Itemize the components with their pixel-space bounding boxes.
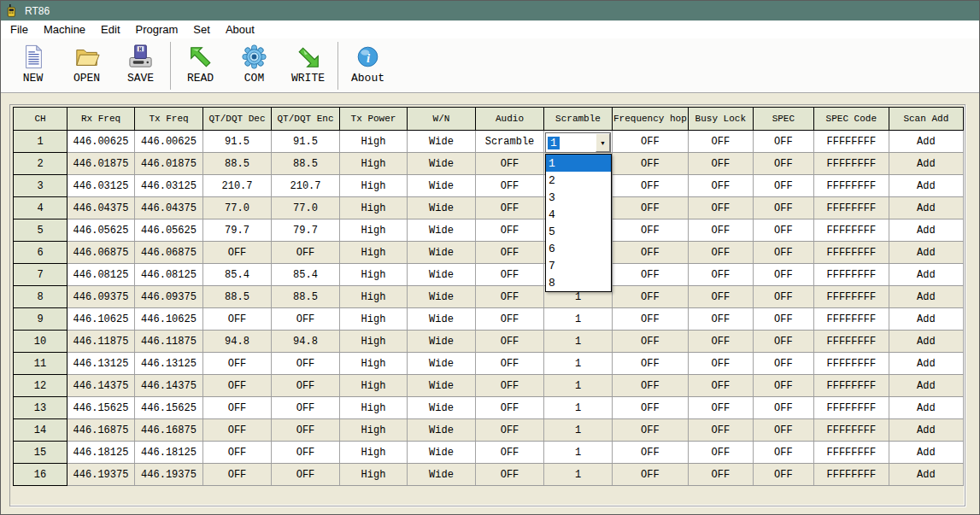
power-cell[interactable]: High (340, 353, 408, 375)
spec-code-cell[interactable]: FFFFFFFF (813, 197, 889, 219)
rx-cell[interactable]: 446.09375 (67, 286, 135, 308)
power-cell[interactable]: High (340, 442, 408, 464)
audio-cell[interactable]: OFF (476, 375, 544, 397)
toolbar-read-button[interactable]: READ (173, 41, 227, 91)
spec-code-cell[interactable]: FFFFFFFF (813, 331, 889, 353)
spec-cell[interactable]: OFF (753, 308, 813, 331)
dropdown-option-6[interactable]: 6 (546, 240, 611, 257)
hop-cell[interactable]: OFF (613, 308, 689, 331)
dropdown-option-5[interactable]: 5 (546, 223, 611, 240)
rx-cell[interactable]: 446.03125 (67, 175, 135, 197)
scan-cell[interactable]: Add (889, 197, 963, 219)
dec-cell[interactable]: OFF (203, 242, 272, 264)
rx-cell[interactable]: 446.05625 (67, 219, 135, 242)
spec-cell[interactable]: OFF (753, 197, 813, 219)
dropdown-option-2[interactable]: 2 (546, 172, 611, 189)
spec-cell[interactable]: OFF (753, 397, 813, 419)
rx-cell[interactable]: 446.16875 (67, 419, 135, 442)
rx-cell[interactable]: 446.14375 (67, 375, 135, 397)
audio-cell[interactable]: OFF (476, 419, 544, 442)
scan-cell[interactable]: Add (889, 131, 963, 153)
toolbar-open-button[interactable]: OPEN (60, 41, 114, 91)
enc-cell[interactable]: 77.0 (272, 197, 340, 219)
spec-code-cell[interactable]: FFFFFFFF (813, 242, 889, 264)
dec-cell[interactable]: 94.8 (203, 331, 272, 353)
wn-cell[interactable]: Wide (408, 264, 476, 286)
power-cell[interactable]: High (340, 397, 408, 419)
tx-cell[interactable]: 446.16875 (135, 419, 203, 442)
toolbar-write-button[interactable]: WRITE (281, 41, 335, 91)
scramble-cell[interactable]: 1 (544, 331, 613, 353)
power-cell[interactable]: High (340, 286, 408, 308)
dec-cell[interactable]: OFF (203, 419, 272, 442)
dec-cell[interactable]: OFF (203, 308, 272, 331)
tx-cell[interactable]: 446.09375 (135, 286, 203, 308)
tx-cell[interactable]: 446.01875 (135, 153, 203, 175)
busy-cell[interactable]: OFF (688, 197, 753, 219)
scramble-cell[interactable]: 1 (544, 442, 613, 464)
power-cell[interactable]: High (340, 153, 408, 175)
enc-cell[interactable]: 91.5 (272, 131, 340, 153)
spec-code-cell[interactable]: FFFFFFFF (813, 153, 889, 175)
enc-cell[interactable]: 94.8 (272, 331, 340, 353)
dec-cell[interactable]: 210.7 (203, 175, 272, 197)
wn-cell[interactable]: Wide (408, 131, 476, 153)
spec-code-cell[interactable]: FFFFFFFF (813, 419, 889, 442)
scan-cell[interactable]: Add (889, 308, 963, 331)
spec-cell[interactable]: OFF (753, 175, 813, 197)
wn-cell[interactable]: Wide (408, 397, 476, 419)
toolbar-save-button[interactable]: HSAVE (114, 41, 167, 91)
tx-cell[interactable]: 446.04375 (135, 197, 203, 219)
audio-cell[interactable]: OFF (476, 175, 544, 197)
dec-cell[interactable]: OFF (203, 464, 272, 486)
spec-cell[interactable]: OFF (753, 242, 813, 264)
spec-code-cell[interactable]: FFFFFFFF (813, 264, 889, 286)
dec-cell[interactable]: 88.5 (203, 153, 272, 175)
enc-cell[interactable]: OFF (272, 375, 340, 397)
dec-cell[interactable]: OFF (203, 397, 272, 419)
audio-cell[interactable]: OFF (476, 397, 544, 419)
dec-cell[interactable]: 88.5 (203, 286, 272, 308)
spec-code-cell[interactable]: FFFFFFFF (813, 219, 889, 242)
spec-cell[interactable]: OFF (753, 419, 813, 442)
dropdown-option-8[interactable]: 8 (546, 274, 611, 291)
wn-cell[interactable]: Wide (408, 175, 476, 197)
spec-cell[interactable]: OFF (753, 375, 813, 397)
power-cell[interactable]: High (340, 375, 408, 397)
spec-code-cell[interactable]: FFFFFFFF (813, 375, 889, 397)
tx-cell[interactable]: 446.19375 (135, 464, 203, 486)
rx-cell[interactable]: 446.11875 (67, 331, 135, 353)
wn-cell[interactable]: Wide (408, 353, 476, 375)
audio-cell[interactable]: OFF (476, 464, 544, 486)
power-cell[interactable]: High (340, 219, 408, 242)
wn-cell[interactable]: Wide (408, 308, 476, 331)
enc-cell[interactable]: OFF (272, 397, 340, 419)
wn-cell[interactable]: Wide (408, 419, 476, 442)
dec-cell[interactable]: 79.7 (203, 219, 272, 242)
scan-cell[interactable]: Add (889, 353, 963, 375)
hop-cell[interactable]: OFF (613, 442, 689, 464)
scan-cell[interactable]: Add (889, 153, 963, 175)
spec-code-cell[interactable]: FFFFFFFF (813, 175, 889, 197)
power-cell[interactable]: High (340, 175, 408, 197)
enc-cell[interactable]: 85.4 (272, 264, 340, 286)
dec-cell[interactable]: OFF (203, 375, 272, 397)
enc-cell[interactable]: OFF (272, 419, 340, 442)
busy-cell[interactable]: OFF (688, 397, 753, 419)
scan-cell[interactable]: Add (889, 264, 963, 286)
enc-cell[interactable]: 210.7 (272, 175, 340, 197)
spec-cell[interactable]: OFF (753, 264, 813, 286)
toolbar-new-button[interactable]: NEW (6, 41, 60, 91)
spec-cell[interactable]: OFF (753, 442, 813, 464)
wn-cell[interactable]: Wide (408, 197, 476, 219)
toolbar-com-button[interactable]: COM (227, 41, 281, 91)
busy-cell[interactable]: OFF (688, 175, 753, 197)
tx-cell[interactable]: 446.13125 (135, 353, 203, 375)
rx-cell[interactable]: 446.01875 (67, 153, 135, 175)
busy-cell[interactable]: OFF (688, 242, 753, 264)
scramble-cell[interactable]: 1 (544, 464, 613, 486)
tx-cell[interactable]: 446.18125 (135, 442, 203, 464)
tx-cell[interactable]: 446.06875 (135, 242, 203, 264)
power-cell[interactable]: High (340, 197, 408, 219)
wn-cell[interactable]: Wide (408, 331, 476, 353)
